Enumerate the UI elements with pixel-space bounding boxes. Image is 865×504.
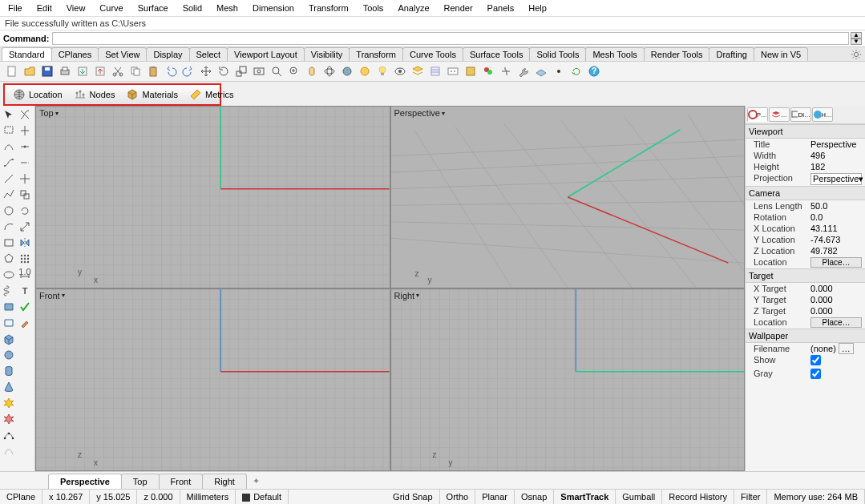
prop-camz-value[interactable]: 49.782	[810, 246, 862, 256]
cplane-icon[interactable]	[534, 64, 548, 79]
redo-icon[interactable]	[181, 64, 196, 79]
point-icon[interactable]	[552, 64, 566, 79]
prop-tgty-value[interactable]: 0.000	[810, 295, 862, 304]
properties-icon[interactable]	[428, 64, 443, 79]
explode-icon[interactable]	[2, 412, 16, 426]
menu-dimension[interactable]: Dimension	[249, 2, 297, 14]
shade-icon[interactable]	[340, 64, 354, 79]
prop-filename-value[interactable]: (none) …	[810, 344, 862, 353]
menu-panels[interactable]: Panels	[484, 2, 518, 14]
prop-rotation-value[interactable]: 0.0	[810, 212, 862, 222]
tab-visibility[interactable]: Visibility	[304, 47, 350, 61]
tab-layers[interactable]: …	[769, 107, 790, 122]
add-viewport-button[interactable]: ✦	[246, 474, 266, 488]
save-icon[interactable]	[40, 64, 55, 79]
cut-icon[interactable]	[111, 64, 125, 79]
tab-curvetools[interactable]: Curve Tools	[402, 47, 463, 61]
plugin-metrics[interactable]: Metrics	[189, 88, 233, 101]
scale-icon[interactable]	[234, 64, 249, 79]
prop-title-value[interactable]: Perspective	[810, 139, 862, 149]
plugin-nodes[interactable]: Nodes	[74, 88, 115, 101]
extend-icon[interactable]	[18, 155, 32, 170]
toggle-smarttrack[interactable]: SmartTrack	[554, 490, 616, 504]
prop-tgtz-value[interactable]: 0.000	[810, 306, 862, 316]
paste-icon[interactable]	[146, 64, 160, 79]
gear-icon[interactable]	[851, 49, 862, 60]
arc-icon[interactable]	[2, 220, 16, 234]
tab-setview[interactable]: Set View	[98, 47, 147, 61]
vtab-front[interactable]: Front	[159, 474, 204, 489]
show-checkbox[interactable]	[810, 355, 821, 365]
toggle-planar[interactable]: Planar	[475, 490, 515, 504]
viewport-perspective[interactable]: Perspective▾ z y	[391, 107, 745, 288]
help-icon[interactable]: ?	[587, 64, 601, 79]
scale-tool-icon[interactable]	[18, 220, 32, 234]
prop-tgtx-value[interactable]: 0.000	[810, 284, 862, 293]
move-icon[interactable]	[199, 64, 213, 79]
zoom-dynamic-icon[interactable]	[287, 64, 301, 79]
interpcurve-icon[interactable]	[2, 155, 16, 170]
render-icon[interactable]	[358, 64, 372, 79]
tab-surfacetools[interactable]: Surface Tools	[463, 47, 530, 61]
polygon-icon[interactable]	[2, 252, 16, 266]
polyline-icon[interactable]	[2, 187, 16, 202]
menu-view[interactable]: View	[63, 2, 89, 14]
prop-lens-value[interactable]: 50.0	[810, 201, 862, 211]
rotate-icon[interactable]	[216, 64, 231, 79]
tab-viewportlayout[interactable]: Viewport Layout	[227, 47, 305, 61]
split-icon[interactable]	[18, 123, 32, 138]
open-icon[interactable]	[22, 64, 37, 79]
copy-icon[interactable]	[128, 64, 143, 79]
pan-icon[interactable]	[305, 64, 319, 79]
copy-tool-icon[interactable]	[18, 187, 32, 202]
tab-properties[interactable]: P…	[747, 107, 768, 122]
menu-surface[interactable]: Surface	[135, 2, 172, 14]
toggle-ortho[interactable]: Ortho	[440, 490, 476, 504]
new-icon[interactable]	[5, 64, 19, 79]
vtab-top[interactable]: Top	[121, 474, 160, 489]
tab-help[interactable]: H…	[812, 107, 833, 122]
array-icon[interactable]	[18, 252, 32, 266]
mirror-icon[interactable]	[18, 236, 32, 250]
show-hide-icon[interactable]	[393, 64, 407, 79]
viewport-perspective-title[interactable]: Perspective▾	[394, 108, 445, 118]
toggle-filter[interactable]: Filter	[734, 490, 767, 504]
cone-icon[interactable]	[2, 380, 16, 394]
viewport-front-title[interactable]: Front▾	[39, 291, 65, 300]
import-icon[interactable]	[75, 64, 90, 79]
vtab-perspective[interactable]: Perspective	[48, 474, 122, 489]
lightbulb-icon[interactable]	[375, 64, 390, 79]
status-cplane[interactable]: CPlane	[0, 490, 42, 504]
plugin-materials[interactable]: Materials	[126, 88, 178, 101]
options-icon[interactable]	[446, 64, 460, 79]
gray-checkbox[interactable]	[810, 369, 821, 379]
menu-edit[interactable]: Edit	[34, 2, 55, 14]
plugin-location[interactable]: Location	[13, 88, 63, 101]
pointsoff-icon[interactable]	[2, 444, 16, 458]
zoom-window-icon[interactable]	[269, 64, 284, 79]
sphere-tool-icon[interactable]	[2, 348, 16, 362]
viewport-right-title[interactable]: Right▾	[394, 291, 420, 300]
tab-standard[interactable]: Standard	[2, 47, 52, 61]
menu-mesh[interactable]: Mesh	[213, 2, 241, 14]
toggle-gridsnap[interactable]: Grid Snap	[386, 490, 440, 504]
menu-render[interactable]: Render	[441, 2, 476, 14]
status-units[interactable]: Millimeters	[180, 490, 236, 504]
menu-help[interactable]: Help	[525, 2, 550, 14]
tab-display[interactable]: Di…	[790, 107, 811, 122]
curve-icon[interactable]	[2, 139, 16, 154]
command-input[interactable]	[52, 32, 849, 45]
viewport-right[interactable]: Right▾ z y	[391, 289, 745, 470]
menu-tools[interactable]: Tools	[360, 2, 387, 14]
tab-meshtools[interactable]: Mesh Tools	[585, 47, 644, 61]
browse-button[interactable]: …	[839, 343, 854, 354]
history-scroll-down[interactable]: ▼	[851, 38, 862, 45]
menu-solid[interactable]: Solid	[180, 2, 205, 14]
materials-icon[interactable]	[481, 64, 495, 79]
prop-projection-select[interactable]: Perspective▾	[810, 173, 862, 185]
place-camera-button[interactable]: Place…	[810, 257, 862, 268]
vtab-right[interactable]: Right	[202, 474, 247, 489]
tab-solidtools[interactable]: Solid Tools	[529, 47, 586, 61]
ellipse-icon[interactable]	[2, 268, 16, 282]
tab-rendertools[interactable]: Render Tools	[644, 47, 710, 61]
